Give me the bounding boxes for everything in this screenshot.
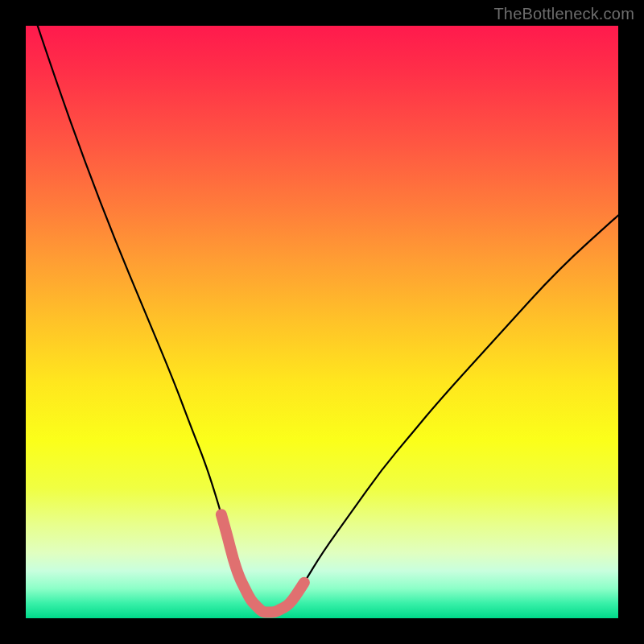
- watermark-text: TheBottleneck.com: [493, 5, 634, 23]
- bottleneck-marker-segment: [221, 514, 304, 612]
- chart-frame: TheBottleneck.com: [0, 0, 644, 644]
- bottleneck-curve-line: [38, 26, 618, 613]
- curve-svg: [26, 26, 618, 618]
- plot-area: [26, 26, 618, 618]
